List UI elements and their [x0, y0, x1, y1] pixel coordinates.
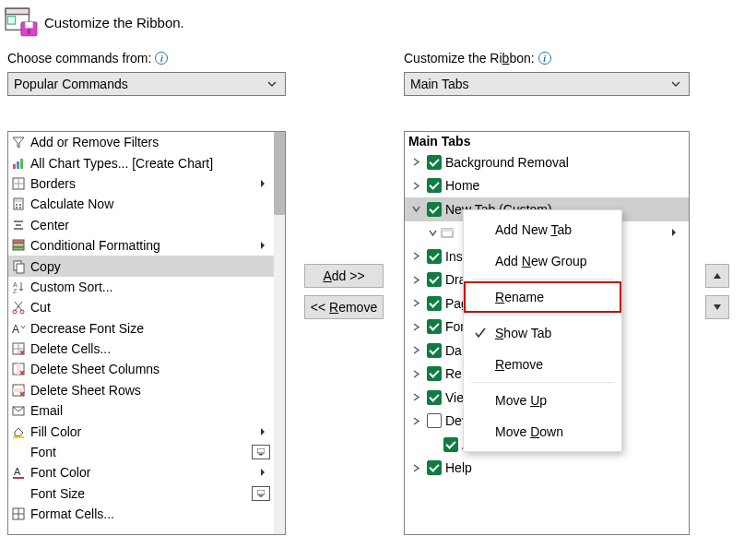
- chevron-right-icon[interactable]: [408, 343, 423, 358]
- chevron-right-icon[interactable]: [408, 155, 423, 170]
- command-label: Custom Sort...: [30, 280, 272, 294]
- checkbox[interactable]: [427, 343, 442, 358]
- menu-item[interactable]: Move Up: [464, 385, 621, 416]
- center-icon: [10, 217, 27, 233]
- command-label: Font Color: [30, 465, 254, 480]
- chevron-right-icon[interactable]: [408, 366, 423, 381]
- checkbox[interactable]: [427, 390, 442, 405]
- command-item[interactable]: Font: [8, 442, 274, 462]
- move-down-button[interactable]: [705, 295, 729, 319]
- command-item[interactable]: ADecrease Font Size: [8, 318, 274, 339]
- command-item[interactable]: Borders: [8, 173, 274, 194]
- menu-item[interactable]: Add New Group: [464, 245, 621, 277]
- checkbox[interactable]: [427, 155, 442, 170]
- command-item[interactable]: Email: [8, 400, 274, 421]
- tree-item[interactable]: Help: [405, 457, 689, 481]
- checkbox[interactable]: [427, 366, 442, 381]
- fontcolor-icon: A: [10, 464, 27, 481]
- menu-item-label: Show Tab: [495, 326, 551, 340]
- info-icon[interactable]: i: [538, 52, 551, 65]
- scrollbar-thumb[interactable]: [274, 132, 285, 215]
- chevron-right-icon[interactable]: [408, 272, 423, 287]
- choose-commands-label: Choose commands from:: [7, 51, 151, 66]
- borders-icon: [10, 175, 27, 192]
- command-item[interactable]: Add or Remove Filters: [8, 132, 274, 152]
- checkbox[interactable]: [443, 437, 458, 452]
- chevron-right-icon: [254, 173, 272, 194]
- tree-item[interactable]: Background Removal: [405, 150, 689, 174]
- move-up-button[interactable]: [705, 264, 729, 288]
- svg-point-14: [16, 204, 18, 206]
- chevron-right-icon[interactable]: [408, 319, 423, 334]
- svg-text:Z: Z: [13, 288, 18, 294]
- chevron-right-icon[interactable]: [408, 390, 423, 405]
- chevron-right-icon: [254, 235, 272, 256]
- svg-rect-21: [13, 240, 24, 243]
- command-item[interactable]: Delete Cells...: [8, 339, 274, 359]
- command-item[interactable]: AZCustom Sort...: [8, 277, 274, 297]
- checkbox[interactable]: [427, 413, 442, 428]
- command-item[interactable]: Delete Sheet Columns: [8, 359, 274, 379]
- command-item[interactable]: Calculate Now: [8, 194, 274, 214]
- blank-icon: [425, 437, 440, 452]
- menu-item[interactable]: Move Down: [464, 416, 621, 447]
- command-item[interactable]: All Chart Types... [Create Chart]: [8, 152, 274, 173]
- command-item[interactable]: Copy: [8, 256, 274, 276]
- chevron-right-icon[interactable]: [408, 296, 423, 311]
- add-button[interactable]: Add >>: [304, 264, 384, 288]
- command-item[interactable]: Cut: [8, 297, 274, 317]
- svg-text:A: A: [13, 281, 18, 288]
- customize-ribbon-combo[interactable]: Main Tabs: [404, 72, 690, 96]
- checkbox[interactable]: [427, 319, 442, 334]
- commands-listbox[interactable]: Add or Remove FiltersAll Chart Types... …: [7, 131, 286, 535]
- chevron-right-icon[interactable]: [408, 460, 423, 475]
- svg-text:A: A: [12, 323, 19, 336]
- copy-icon: [10, 258, 27, 275]
- svg-rect-37: [13, 388, 24, 392]
- command-label: Calculate Now: [30, 197, 272, 211]
- context-menu: Add New TabAdd New GroupRenameShow TabRe…: [463, 209, 622, 452]
- command-label: Add or Remove Filters: [30, 135, 272, 149]
- command-item[interactable]: Font Size: [8, 483, 274, 504]
- checkbox[interactable]: [427, 296, 442, 311]
- svg-rect-6: [13, 164, 16, 169]
- chevron-right-icon[interactable]: [408, 178, 423, 193]
- command-item[interactable]: Center: [8, 215, 274, 235]
- command-item[interactable]: Fill Color: [8, 421, 274, 441]
- tree-root-label: Main Tabs: [405, 132, 689, 150]
- choose-commands-combo[interactable]: Popular Commands: [7, 72, 286, 96]
- checkbox[interactable]: [427, 178, 442, 193]
- menu-item[interactable]: Show Tab: [464, 317, 621, 349]
- command-item[interactable]: Format Cells...: [8, 504, 274, 524]
- dialog-title: Customize the Ribbon.: [44, 15, 184, 30]
- info-icon[interactable]: i: [155, 52, 168, 65]
- command-label: Font: [30, 445, 252, 459]
- svg-rect-48: [442, 229, 453, 232]
- command-label: Borders: [30, 176, 254, 191]
- menu-item[interactable]: Add New Tab: [464, 214, 621, 245]
- checkbox[interactable]: [427, 202, 442, 217]
- checkbox[interactable]: [427, 249, 442, 264]
- checkbox[interactable]: [427, 460, 442, 475]
- chevron-down-icon[interactable]: [425, 225, 440, 240]
- command-label: Copy: [30, 259, 272, 274]
- menu-item[interactable]: Rename: [464, 281, 621, 313]
- command-item[interactable]: AFont Color: [8, 462, 274, 482]
- chevron-down-icon: [668, 77, 683, 91]
- command-item[interactable]: Conditional Formatting: [8, 235, 274, 256]
- svg-rect-13: [15, 199, 22, 202]
- checkbox[interactable]: [427, 272, 442, 287]
- fontdn-icon: A: [10, 320, 27, 337]
- remove-button[interactable]: << Remove: [304, 295, 384, 319]
- chevron-down-icon[interactable]: [408, 202, 423, 217]
- tree-item[interactable]: Home: [405, 174, 689, 198]
- command-label: Delete Sheet Rows: [30, 383, 272, 398]
- menu-item[interactable]: Remove: [464, 349, 621, 380]
- svg-rect-4: [25, 22, 32, 28]
- command-item[interactable]: Delete Sheet Rows: [8, 380, 274, 400]
- scrollbar[interactable]: [274, 132, 285, 534]
- choose-commands-value: Popular Commands: [14, 77, 128, 91]
- blank-icon: [10, 444, 27, 460]
- chevron-right-icon[interactable]: [408, 249, 423, 264]
- chevron-right-icon[interactable]: [408, 413, 423, 428]
